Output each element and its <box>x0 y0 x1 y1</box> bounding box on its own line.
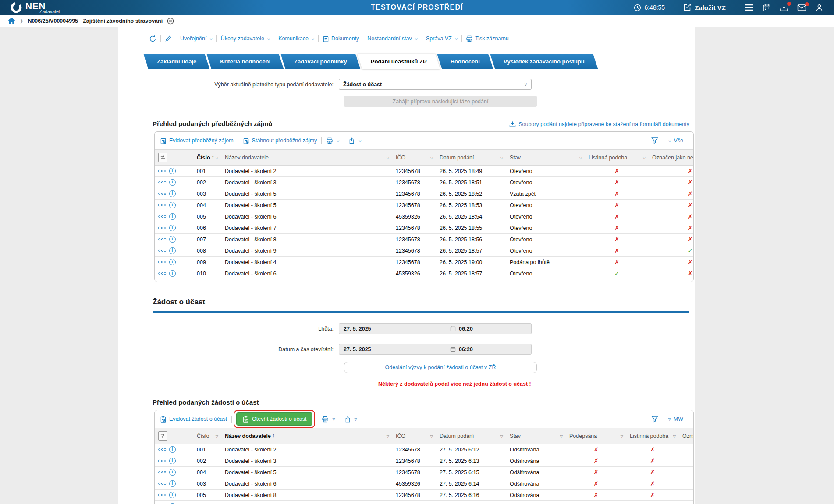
row-menu-button[interactable] <box>158 261 166 263</box>
column-header-datum[interactable]: Datum podání▽ <box>436 428 506 444</box>
range-selector[interactable]: ▽MW <box>667 416 683 422</box>
column-filter-icon[interactable]: ▽ <box>430 434 433 438</box>
row-menu-button[interactable] <box>158 250 166 252</box>
column-filter-icon[interactable]: ▽ <box>560 434 563 438</box>
range-selector[interactable]: ▽Vše <box>667 137 683 144</box>
column-header-nepodany[interactable]: Označen jako nepodaný <box>649 150 694 166</box>
action-tisk-z-znamu[interactable]: Tisk záznamu <box>466 35 509 42</box>
tab-z-kladn-daje[interactable]: Základní údaje <box>146 54 207 69</box>
breadcrumb-record[interactable]: N006/25/V00004995 - Zajištění závodního … <box>28 18 163 24</box>
action-dokumenty[interactable]: Dokumenty <box>323 35 359 42</box>
column-settings-button[interactable] <box>158 153 167 162</box>
row-info-icon[interactable]: i <box>169 458 176 464</box>
column-filter-icon[interactable]: ▽ <box>643 155 646 159</box>
nen-logo[interactable]: NEN Zadavatel <box>0 1 60 14</box>
row-menu-button[interactable] <box>158 483 166 485</box>
row-info-icon[interactable]: i <box>169 202 176 208</box>
profile-icon[interactable] <box>815 4 823 12</box>
row-menu-button[interactable] <box>158 170 166 172</box>
column-filter-icon[interactable]: ▽ <box>387 155 389 159</box>
action-uve-ejn-n-[interactable]: Uveřejnění▽ <box>180 35 213 42</box>
row-menu-button[interactable] <box>158 215 166 218</box>
create-vz-button[interactable]: Založit VZ <box>683 4 726 11</box>
row-info-icon[interactable]: i <box>169 213 176 220</box>
tool-st-hnout-p-edb-n-z-jmy[interactable]: Stáhnout předběžné zájmy <box>243 137 317 144</box>
row-info-icon[interactable]: i <box>169 168 176 174</box>
history-button[interactable] <box>149 35 156 42</box>
row-info-icon[interactable]: i <box>169 236 176 243</box>
row-menu-button[interactable] <box>158 471 166 473</box>
column-filter-icon[interactable]: ▽ <box>216 434 218 438</box>
calendar-icon[interactable] <box>763 4 771 12</box>
tool-evidovat-dost-o-ast[interactable]: Evidovat žádost o účast <box>160 416 227 423</box>
deadline-field[interactable]: 27. 5. 202506:20 <box>339 323 532 334</box>
column-header-nazev[interactable]: Název dodavatele↑▽ <box>221 428 392 444</box>
printer-button[interactable]: ▽ <box>322 416 335 423</box>
action--kony-zadavatele[interactable]: Úkony zadavatele▽ <box>221 35 270 42</box>
row-menu-button[interactable] <box>158 181 166 183</box>
messages-icon[interactable] <box>797 4 806 11</box>
row-menu-button[interactable] <box>158 494 166 496</box>
column-filter-icon[interactable]: ▽ <box>500 434 503 438</box>
column-filter-icon[interactable]: ▽ <box>430 155 433 159</box>
column-header-cislo[interactable]: Číslo↑▽ <box>193 150 221 166</box>
downloads-icon[interactable] <box>780 4 788 12</box>
row-info-icon[interactable]: i <box>169 225 176 231</box>
submission-files-link[interactable]: Soubory podání najdete připravené ke sta… <box>509 121 689 127</box>
action-spr-va-vz[interactable]: Správa VZ▽ <box>426 35 458 42</box>
column-filter-icon[interactable]: ▽ <box>673 434 676 438</box>
row-menu-button[interactable] <box>158 204 166 206</box>
home-icon[interactable] <box>8 18 15 24</box>
edit-record-button[interactable] <box>165 35 172 42</box>
row-menu-button[interactable] <box>158 272 166 275</box>
tab-krit-ria-hodnocen-[interactable]: Kritéria hodnocení <box>209 54 281 69</box>
submission-type-select[interactable]: Žádost o účast ∨ <box>339 79 532 90</box>
row-menu-button[interactable] <box>158 193 166 195</box>
tab-zad-vac-podm-nky[interactable]: Zadávací podmínky <box>283 54 358 69</box>
row-info-icon[interactable]: i <box>169 492 176 498</box>
column-header-oznacen[interactable]: Označen jako nepodaný <box>679 428 694 444</box>
row-info-icon[interactable]: i <box>169 179 176 186</box>
send-call-button[interactable]: Odeslání výzvy k podání žádosti o účast … <box>344 362 537 373</box>
column-header-stav[interactable]: Stav▽ <box>506 150 585 166</box>
printer-button[interactable]: ▽ <box>326 137 339 144</box>
row-menu-button[interactable] <box>158 460 166 462</box>
column-filter-icon[interactable]: ▽ <box>216 155 218 159</box>
row-info-icon[interactable]: i <box>169 190 176 197</box>
row-info-icon[interactable]: i <box>169 480 176 487</box>
row-menu-button[interactable] <box>158 227 166 229</box>
close-record-icon[interactable] <box>167 18 174 25</box>
row-info-icon[interactable]: i <box>169 259 176 265</box>
share-button[interactable]: ▽ <box>344 416 357 423</box>
share-button[interactable]: ▽ <box>348 137 361 144</box>
row-info-icon[interactable]: i <box>169 270 176 277</box>
column-header-listinna[interactable]: Listinná podoba▽ <box>585 150 649 166</box>
row-menu-button[interactable] <box>158 448 166 451</box>
start-next-phase-button[interactable]: Zahájit přípravu následující fáze podání <box>344 96 537 107</box>
row-info-icon[interactable]: i <box>169 469 176 476</box>
filter-button[interactable] <box>651 137 658 144</box>
open-requests-button[interactable]: Otevřít žádosti o účast <box>236 412 312 426</box>
column-header-cislo[interactable]: Číslo▽ <box>193 428 221 444</box>
action-komunikace[interactable]: Komunikace▽ <box>278 35 314 42</box>
column-filter-icon[interactable]: ▽ <box>500 155 503 159</box>
column-filter-icon[interactable]: ▽ <box>621 434 623 438</box>
menu-icon[interactable] <box>744 4 754 11</box>
row-menu-button[interactable] <box>158 238 166 240</box>
action-nestandardn-stav[interactable]: Nestandardní stav▽ <box>367 35 418 42</box>
column-filter-icon[interactable]: ▽ <box>387 434 389 438</box>
column-filter-icon[interactable]: ▽ <box>579 155 582 159</box>
column-header-listinna[interactable]: Listinná podoba▽ <box>626 428 679 444</box>
column-header-stav[interactable]: Stav▽ <box>506 428 566 444</box>
filter-button[interactable] <box>651 416 658 423</box>
column-header-ico[interactable]: IČO▽ <box>392 428 436 444</box>
column-settings-button[interactable] <box>158 431 167 441</box>
tab-pod-n-astn-k-zp[interactable]: Podání účastníků ZP <box>360 54 438 69</box>
opening-field[interactable]: 27. 5. 202506:20 <box>339 344 532 355</box>
column-header-datum[interactable]: Datum podání▽ <box>436 150 506 166</box>
column-header-podepsana[interactable]: Podepsána▽ <box>566 428 626 444</box>
row-info-icon[interactable]: i <box>169 247 176 254</box>
column-header-ico[interactable]: IČO▽ <box>392 150 436 166</box>
column-header-nazev[interactable]: Název dodavatele▽ <box>221 150 392 166</box>
tab-v-sledek-zad-vac-ho-postupu[interactable]: Výsledek zadávacího postupu <box>493 54 596 69</box>
